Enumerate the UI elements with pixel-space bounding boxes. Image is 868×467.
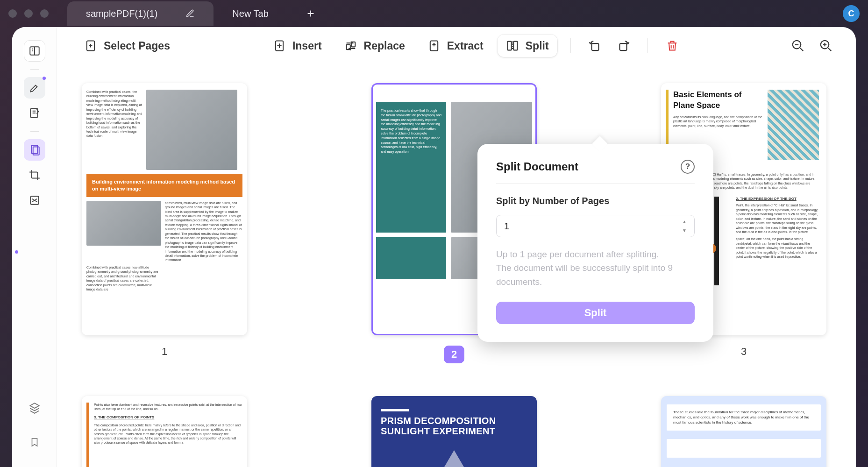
- page-thumbnail-grid[interactable]: Combined with practical cases, the build…: [57, 64, 856, 467]
- select-pages-button[interactable]: Select Pages: [76, 35, 178, 57]
- page-number-selected: 2: [444, 346, 464, 363]
- redact-icon: [28, 194, 41, 206]
- insert-button[interactable]: Insert: [264, 35, 330, 57]
- split-hint: Up to 1 page per document after splittin…: [496, 248, 695, 289]
- thumb-image: [768, 90, 819, 160]
- tab-strip: samplePDF(1)(1) New Tab: [67, 0, 320, 27]
- number-stepper: ▲ ▼: [678, 218, 691, 234]
- layers-icon: [28, 402, 41, 414]
- page-toolbar: Select Pages Insert Replace Extract Spli…: [57, 27, 856, 64]
- rotate-right-icon: [616, 39, 630, 53]
- page-manager-icon: [28, 144, 41, 156]
- popover-title: Split Document: [496, 160, 578, 173]
- page-number: 3: [741, 346, 747, 358]
- thumb-text: Points also have dominant and recessive …: [94, 403, 242, 411]
- add-tab-button[interactable]: [301, 4, 320, 23]
- zoom-in-button[interactable]: [815, 35, 837, 57]
- split-label: Split: [526, 40, 549, 52]
- user-avatar[interactable]: C: [843, 5, 860, 22]
- zoom-out-button[interactable]: [787, 35, 809, 57]
- thumb-text: The composition of ordered points: here …: [94, 423, 242, 445]
- thumb-image: [146, 90, 237, 170]
- popover-divider: [496, 183, 695, 184]
- split-button[interactable]: Split: [498, 35, 557, 57]
- thumb-accent: [86, 403, 89, 467]
- maximize-window[interactable]: [40, 9, 49, 18]
- thumb-heading: PRISM DECOMPOSITION SUNLIGHT EXPERIMENT: [381, 416, 527, 436]
- thumb-text: Combined with practical cases, the build…: [86, 90, 142, 170]
- insert-label: Insert: [292, 40, 322, 52]
- select-pages-label: Select Pages: [104, 40, 170, 52]
- thumb-subheading: 2. THE EXPRESSION OF THE DOT: [736, 197, 819, 202]
- highlighter-tool[interactable]: [24, 77, 45, 99]
- thumbnails-panel[interactable]: [24, 40, 45, 62]
- thumb-text: space, on the one hand, the point has a …: [736, 237, 819, 259]
- page-thumbnail[interactable]: PRISM DECOMPOSITION SUNLIGHT EXPERIMENT: [371, 396, 537, 467]
- tab-document[interactable]: samplePDF(1)(1): [67, 1, 213, 26]
- extract-icon: [427, 39, 441, 52]
- page-thumbnail[interactable]: These studies laid the foundation for th…: [661, 396, 826, 467]
- svg-rect-12: [591, 43, 598, 50]
- thumb-image: [86, 201, 161, 246]
- extract-button[interactable]: Extract: [419, 35, 492, 57]
- thumb-text: The practical results show that through …: [376, 102, 446, 233]
- page-cell: PRISM DECOMPOSITION SUNLIGHT EXPERIMENT: [370, 396, 538, 467]
- thumb-block: [667, 439, 821, 458]
- page-thumbnail[interactable]: Points also have dominant and recessive …: [82, 396, 247, 467]
- page-cell: These studies laid the foundation for th…: [660, 396, 828, 467]
- sidebar-divider: [30, 131, 39, 132]
- annotate-tool[interactable]: [24, 102, 45, 124]
- minimize-window[interactable]: [24, 9, 33, 18]
- crop-icon: [28, 169, 41, 181]
- close-window[interactable]: [8, 9, 17, 18]
- rotate-left-button[interactable]: [584, 35, 606, 57]
- pages-per-doc-input[interactable]: [496, 215, 695, 237]
- replace-button[interactable]: Replace: [336, 35, 413, 57]
- svg-rect-11: [513, 42, 517, 50]
- zoom-in-icon: [819, 39, 833, 53]
- pages-per-doc-field: ▲ ▼: [496, 215, 695, 237]
- thumb-text: Point, the interpretation of "Ci Hai" is…: [736, 203, 819, 234]
- book-icon: [28, 45, 41, 57]
- thumb-text: These studies laid the foundation for th…: [667, 404, 821, 431]
- page-cell: Combined with practical cases, the build…: [80, 83, 249, 363]
- help-icon: ?: [685, 162, 690, 171]
- highlighter-icon: [28, 82, 41, 94]
- split-confirm-button[interactable]: Split: [496, 302, 695, 324]
- thumb-title: Building environment information modelin…: [86, 174, 242, 197]
- thumb-text: Any art contains its own language, and t…: [673, 115, 764, 128]
- zoom-out-icon: [791, 39, 805, 53]
- delete-page-button[interactable]: [661, 35, 683, 57]
- bookmark-icon: [29, 436, 40, 448]
- step-up-button[interactable]: ▲: [678, 218, 691, 226]
- page-cell: Points also have dominant and recessive …: [80, 396, 249, 467]
- page-thumbnail[interactable]: Combined with practical cases, the build…: [82, 83, 247, 335]
- pencil-icon[interactable]: [185, 9, 195, 18]
- help-button[interactable]: ?: [681, 160, 695, 174]
- rotate-left-icon: [588, 39, 602, 53]
- thumb-heading: Basic Elements of Plane Space: [673, 90, 764, 111]
- trash-icon: [666, 39, 679, 52]
- insert-icon: [273, 39, 286, 52]
- layers-button[interactable]: [24, 397, 45, 418]
- bookmarks-button[interactable]: [24, 432, 45, 453]
- tab-new[interactable]: New Tab: [213, 1, 287, 26]
- redact-tool[interactable]: [24, 190, 45, 211]
- annotate-icon: [28, 107, 41, 119]
- notification-dot-icon: [43, 77, 46, 80]
- thumb-accent: [381, 409, 409, 411]
- split-icon: [506, 39, 519, 52]
- crop-tool[interactable]: [24, 164, 45, 186]
- step-down-button[interactable]: ▼: [678, 226, 691, 234]
- replace-label: Replace: [364, 40, 405, 52]
- svg-rect-13: [619, 43, 626, 50]
- thumb-text: constructed, multi-view image data are f…: [165, 201, 242, 262]
- split-popover: Split Document ? Split by Number of Page…: [477, 144, 713, 342]
- thumb-block: [376, 237, 446, 279]
- select-pages-icon: [84, 39, 97, 52]
- main-area: Select Pages Insert Replace Extract Spli…: [57, 27, 856, 467]
- svg-rect-10: [507, 42, 511, 50]
- rotate-right-button[interactable]: [612, 35, 634, 57]
- traffic-lights: [8, 9, 49, 18]
- page-manager[interactable]: [24, 139, 45, 161]
